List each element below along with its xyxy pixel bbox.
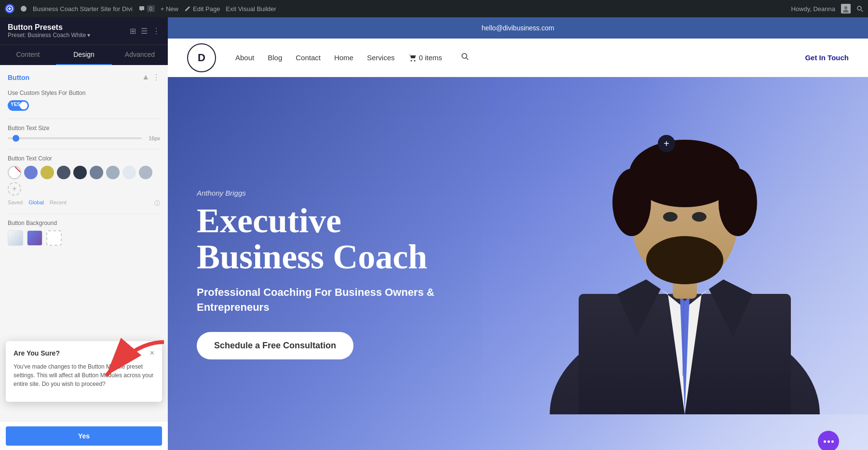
more-options-icon[interactable]: ⋮ — [152, 26, 160, 36]
dots-menu-inner — [824, 440, 834, 443]
main-content: hello@divibusiness.com D About Blog Cont… — [168, 17, 868, 450]
dialog-title: Are You Sure? — [14, 349, 60, 357]
button-section-header: Button ▲ ⋮ — [8, 73, 160, 82]
nav-home[interactable]: Home — [334, 53, 353, 62]
custom-styles-toggle-row: YES — [8, 100, 160, 111]
svg-point-1 — [21, 6, 27, 12]
site-logo: D — [187, 43, 216, 72]
more-icon[interactable]: ⋮ — [152, 73, 160, 82]
color-swatch-light-gray-blue[interactable] — [106, 166, 120, 179]
email-link[interactable]: hello@divibusiness.com — [482, 24, 554, 32]
bg-solid-swatch[interactable] — [27, 230, 42, 246]
user-avatar[interactable] — [841, 4, 851, 13]
site-icon — [20, 5, 27, 12]
saved-tag[interactable]: Saved — [8, 199, 23, 208]
dialog-close-button[interactable]: × — [150, 349, 154, 357]
site-nav: About Blog Contact Home Services 0 items — [235, 52, 520, 63]
nav-services[interactable]: Services — [367, 53, 395, 62]
hero-description: Professional Coaching For Business Owner… — [197, 285, 476, 315]
nav-contact[interactable]: Contact — [296, 53, 321, 62]
panel-header: Button Presets Preset: Business Coach Wh… — [0, 17, 168, 44]
custom-styles-toggle[interactable]: YES — [8, 100, 29, 111]
hero-section: Anthony Briggs Executive Business Coach … — [168, 77, 868, 450]
hero-content: Anthony Briggs Executive Business Coach … — [168, 160, 505, 389]
comments-item[interactable]: 0 — [138, 5, 155, 12]
svg-point-7 — [411, 60, 412, 61]
dialog-header: Are You Sure? × — [14, 349, 154, 357]
site-name[interactable]: Business Coach Starter Site for Divi — [33, 5, 133, 13]
dot-1 — [824, 440, 826, 443]
edit-page-button[interactable]: Edit Page — [184, 5, 220, 13]
dot-3 — [831, 440, 834, 443]
wp-admin-bar: Business Coach Starter Site for Divi 0 +… — [0, 0, 868, 17]
svg-point-9 — [462, 53, 467, 58]
text-color-swatches: + — [8, 166, 160, 196]
yes-button-area: Yes — [0, 421, 168, 450]
divider-3 — [8, 213, 160, 214]
new-button[interactable]: + New — [161, 5, 178, 13]
text-size-slider[interactable] — [8, 137, 142, 139]
recent-tag[interactable]: Recent — [50, 199, 67, 208]
background-label: Button Background — [8, 220, 160, 226]
confirm-dialog: Are You Sure? × You've made changes to t… — [6, 341, 162, 402]
toggle-label: YES — [11, 102, 20, 107]
person-svg — [482, 77, 868, 414]
cart-area[interactable]: 0 items — [408, 53, 442, 62]
get-in-touch-link[interactable]: Get In Touch — [805, 53, 849, 62]
cart-count: 0 items — [419, 53, 442, 62]
color-swatch-darker-gray[interactable] — [73, 166, 87, 179]
dot-2 — [827, 440, 830, 443]
color-save-row: Saved Global Recent ⓘ — [8, 199, 160, 208]
text-size-label: Button Text Size — [8, 125, 160, 132]
color-swatch-medium-gray[interactable] — [90, 166, 103, 179]
divider-1 — [8, 119, 160, 119]
exit-builder-button[interactable]: Exit Visual Builder — [226, 5, 276, 13]
left-panel: Button Presets Preset: Business Coach Wh… — [0, 17, 168, 450]
hero-subtitle: Anthony Briggs — [197, 189, 476, 197]
bg-none-swatch[interactable] — [46, 230, 62, 246]
howdy-label: Howdy, Deanna — [791, 5, 835, 13]
global-tag[interactable]: Global — [28, 199, 44, 208]
layout-icon[interactable]: ☰ — [141, 26, 148, 36]
wp-logo-icon[interactable] — [5, 4, 14, 13]
slider-value: 16px — [146, 135, 160, 141]
hero-cta-button[interactable]: Schedule a Free Consultation — [197, 332, 353, 359]
yes-button[interactable]: Yes — [6, 426, 162, 446]
color-swatch-transparent[interactable] — [8, 166, 21, 179]
add-color-swatch[interactable]: + — [8, 182, 21, 196]
dialog-message: You've made changes to the Button Module… — [14, 362, 154, 388]
svg-point-3 — [844, 6, 847, 9]
nav-blog[interactable]: Blog — [268, 53, 282, 62]
use-custom-label: Use Custom Styles For Button — [8, 90, 160, 96]
nav-about[interactable]: About — [235, 53, 254, 62]
bg-gradient-swatch[interactable] — [8, 230, 23, 246]
section-title: Button — [8, 74, 29, 81]
panel-tabs: Content Design Advanced — [0, 44, 168, 65]
slider-thumb[interactable] — [13, 135, 19, 142]
search-nav-icon[interactable] — [461, 52, 469, 63]
panel-subtitle: Preset: Business Coach White ▾ — [8, 32, 90, 39]
svg-point-19 — [612, 169, 651, 236]
dots-menu-button[interactable] — [818, 431, 839, 450]
collapse-icon[interactable]: ▲ — [142, 73, 149, 82]
tab-advanced[interactable]: Advanced — [112, 45, 168, 65]
add-section-button[interactable]: + — [658, 135, 675, 152]
color-swatch-steel[interactable] — [139, 166, 152, 179]
color-swatch-gold[interactable] — [41, 166, 54, 179]
search-bar-icon[interactable] — [856, 5, 863, 12]
info-icon: ⓘ — [154, 199, 160, 208]
settings-icon[interactable]: ⊞ — [130, 26, 136, 36]
color-swatch-dark-gray[interactable] — [57, 166, 70, 179]
color-swatch-blue[interactable] — [24, 166, 38, 179]
tab-content[interactable]: Content — [0, 45, 56, 65]
bg-row — [8, 230, 160, 246]
svg-point-8 — [414, 60, 416, 61]
hero-title: Executive Business Coach — [197, 203, 476, 276]
color-swatch-very-light[interactable] — [122, 166, 136, 179]
section-action-icons: ▲ ⋮ — [142, 73, 160, 82]
text-color-label: Button Text Color — [8, 155, 160, 162]
tab-design[interactable]: Design — [56, 45, 112, 65]
svg-point-21 — [663, 212, 678, 222]
panel-header-icons: ⊞ ☰ ⋮ — [130, 26, 160, 36]
svg-line-10 — [466, 58, 468, 60]
